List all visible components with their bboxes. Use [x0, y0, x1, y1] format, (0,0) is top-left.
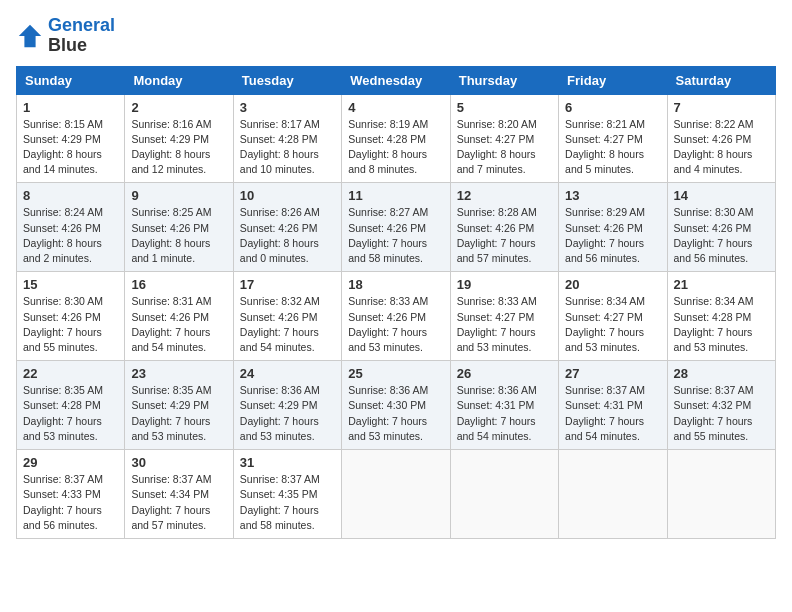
- day-number: 27: [565, 366, 660, 381]
- logo-icon: [16, 22, 44, 50]
- logo: General Blue: [16, 16, 115, 56]
- day-info: Sunrise: 8:37 AMSunset: 4:33 PMDaylight:…: [23, 472, 118, 533]
- day-info: Sunrise: 8:32 AMSunset: 4:26 PMDaylight:…: [240, 294, 335, 355]
- page-header: General Blue: [16, 16, 776, 56]
- week-row-4: 22Sunrise: 8:35 AMSunset: 4:28 PMDayligh…: [17, 361, 776, 450]
- day-cell: [450, 450, 558, 539]
- week-row-1: 1Sunrise: 8:15 AMSunset: 4:29 PMDaylight…: [17, 94, 776, 183]
- day-info: Sunrise: 8:33 AMSunset: 4:26 PMDaylight:…: [348, 294, 443, 355]
- day-number: 11: [348, 188, 443, 203]
- day-info: Sunrise: 8:37 AMSunset: 4:35 PMDaylight:…: [240, 472, 335, 533]
- day-header-monday: Monday: [125, 66, 233, 94]
- day-number: 21: [674, 277, 769, 292]
- svg-marker-0: [19, 25, 41, 47]
- day-info: Sunrise: 8:37 AMSunset: 4:32 PMDaylight:…: [674, 383, 769, 444]
- day-number: 13: [565, 188, 660, 203]
- day-number: 10: [240, 188, 335, 203]
- day-cell: 17Sunrise: 8:32 AMSunset: 4:26 PMDayligh…: [233, 272, 341, 361]
- day-number: 4: [348, 100, 443, 115]
- day-info: Sunrise: 8:27 AMSunset: 4:26 PMDaylight:…: [348, 205, 443, 266]
- day-cell: 14Sunrise: 8:30 AMSunset: 4:26 PMDayligh…: [667, 183, 775, 272]
- day-cell: 19Sunrise: 8:33 AMSunset: 4:27 PMDayligh…: [450, 272, 558, 361]
- day-info: Sunrise: 8:37 AMSunset: 4:31 PMDaylight:…: [565, 383, 660, 444]
- day-number: 7: [674, 100, 769, 115]
- day-number: 25: [348, 366, 443, 381]
- day-cell: 1Sunrise: 8:15 AMSunset: 4:29 PMDaylight…: [17, 94, 125, 183]
- day-info: Sunrise: 8:16 AMSunset: 4:29 PMDaylight:…: [131, 117, 226, 178]
- day-info: Sunrise: 8:30 AMSunset: 4:26 PMDaylight:…: [23, 294, 118, 355]
- header-row: SundayMondayTuesdayWednesdayThursdayFrid…: [17, 66, 776, 94]
- day-cell: 30Sunrise: 8:37 AMSunset: 4:34 PMDayligh…: [125, 450, 233, 539]
- day-info: Sunrise: 8:33 AMSunset: 4:27 PMDaylight:…: [457, 294, 552, 355]
- day-cell: 22Sunrise: 8:35 AMSunset: 4:28 PMDayligh…: [17, 361, 125, 450]
- calendar-table: SundayMondayTuesdayWednesdayThursdayFrid…: [16, 66, 776, 539]
- day-number: 6: [565, 100, 660, 115]
- day-number: 8: [23, 188, 118, 203]
- day-number: 17: [240, 277, 335, 292]
- day-number: 3: [240, 100, 335, 115]
- day-number: 2: [131, 100, 226, 115]
- week-row-2: 8Sunrise: 8:24 AMSunset: 4:26 PMDaylight…: [17, 183, 776, 272]
- day-cell: 3Sunrise: 8:17 AMSunset: 4:28 PMDaylight…: [233, 94, 341, 183]
- day-cell: 12Sunrise: 8:28 AMSunset: 4:26 PMDayligh…: [450, 183, 558, 272]
- day-info: Sunrise: 8:21 AMSunset: 4:27 PMDaylight:…: [565, 117, 660, 178]
- day-cell: 23Sunrise: 8:35 AMSunset: 4:29 PMDayligh…: [125, 361, 233, 450]
- day-number: 22: [23, 366, 118, 381]
- day-cell: 26Sunrise: 8:36 AMSunset: 4:31 PMDayligh…: [450, 361, 558, 450]
- day-cell: 2Sunrise: 8:16 AMSunset: 4:29 PMDaylight…: [125, 94, 233, 183]
- day-number: 31: [240, 455, 335, 470]
- day-cell: [559, 450, 667, 539]
- day-info: Sunrise: 8:20 AMSunset: 4:27 PMDaylight:…: [457, 117, 552, 178]
- day-info: Sunrise: 8:24 AMSunset: 4:26 PMDaylight:…: [23, 205, 118, 266]
- day-info: Sunrise: 8:19 AMSunset: 4:28 PMDaylight:…: [348, 117, 443, 178]
- day-info: Sunrise: 8:34 AMSunset: 4:28 PMDaylight:…: [674, 294, 769, 355]
- day-info: Sunrise: 8:36 AMSunset: 4:31 PMDaylight:…: [457, 383, 552, 444]
- day-info: Sunrise: 8:25 AMSunset: 4:26 PMDaylight:…: [131, 205, 226, 266]
- day-cell: 27Sunrise: 8:37 AMSunset: 4:31 PMDayligh…: [559, 361, 667, 450]
- day-cell: 18Sunrise: 8:33 AMSunset: 4:26 PMDayligh…: [342, 272, 450, 361]
- day-cell: 24Sunrise: 8:36 AMSunset: 4:29 PMDayligh…: [233, 361, 341, 450]
- day-info: Sunrise: 8:22 AMSunset: 4:26 PMDaylight:…: [674, 117, 769, 178]
- day-cell: 11Sunrise: 8:27 AMSunset: 4:26 PMDayligh…: [342, 183, 450, 272]
- day-number: 5: [457, 100, 552, 115]
- day-cell: 20Sunrise: 8:34 AMSunset: 4:27 PMDayligh…: [559, 272, 667, 361]
- day-number: 1: [23, 100, 118, 115]
- day-number: 14: [674, 188, 769, 203]
- day-info: Sunrise: 8:35 AMSunset: 4:29 PMDaylight:…: [131, 383, 226, 444]
- day-number: 16: [131, 277, 226, 292]
- week-row-5: 29Sunrise: 8:37 AMSunset: 4:33 PMDayligh…: [17, 450, 776, 539]
- day-header-tuesday: Tuesday: [233, 66, 341, 94]
- logo-text: General Blue: [48, 16, 115, 56]
- day-cell: 21Sunrise: 8:34 AMSunset: 4:28 PMDayligh…: [667, 272, 775, 361]
- day-cell: 15Sunrise: 8:30 AMSunset: 4:26 PMDayligh…: [17, 272, 125, 361]
- week-row-3: 15Sunrise: 8:30 AMSunset: 4:26 PMDayligh…: [17, 272, 776, 361]
- day-cell: 5Sunrise: 8:20 AMSunset: 4:27 PMDaylight…: [450, 94, 558, 183]
- day-number: 23: [131, 366, 226, 381]
- day-number: 19: [457, 277, 552, 292]
- day-number: 30: [131, 455, 226, 470]
- day-header-wednesday: Wednesday: [342, 66, 450, 94]
- day-info: Sunrise: 8:15 AMSunset: 4:29 PMDaylight:…: [23, 117, 118, 178]
- day-info: Sunrise: 8:28 AMSunset: 4:26 PMDaylight:…: [457, 205, 552, 266]
- day-number: 9: [131, 188, 226, 203]
- day-number: 20: [565, 277, 660, 292]
- day-number: 28: [674, 366, 769, 381]
- day-info: Sunrise: 8:36 AMSunset: 4:29 PMDaylight:…: [240, 383, 335, 444]
- day-info: Sunrise: 8:31 AMSunset: 4:26 PMDaylight:…: [131, 294, 226, 355]
- day-info: Sunrise: 8:29 AMSunset: 4:26 PMDaylight:…: [565, 205, 660, 266]
- day-info: Sunrise: 8:17 AMSunset: 4:28 PMDaylight:…: [240, 117, 335, 178]
- day-header-sunday: Sunday: [17, 66, 125, 94]
- day-cell: 4Sunrise: 8:19 AMSunset: 4:28 PMDaylight…: [342, 94, 450, 183]
- day-info: Sunrise: 8:35 AMSunset: 4:28 PMDaylight:…: [23, 383, 118, 444]
- day-info: Sunrise: 8:37 AMSunset: 4:34 PMDaylight:…: [131, 472, 226, 533]
- day-header-friday: Friday: [559, 66, 667, 94]
- day-cell: [342, 450, 450, 539]
- day-cell: 6Sunrise: 8:21 AMSunset: 4:27 PMDaylight…: [559, 94, 667, 183]
- day-cell: 7Sunrise: 8:22 AMSunset: 4:26 PMDaylight…: [667, 94, 775, 183]
- day-info: Sunrise: 8:34 AMSunset: 4:27 PMDaylight:…: [565, 294, 660, 355]
- day-cell: [667, 450, 775, 539]
- day-cell: 16Sunrise: 8:31 AMSunset: 4:26 PMDayligh…: [125, 272, 233, 361]
- day-number: 24: [240, 366, 335, 381]
- day-cell: 31Sunrise: 8:37 AMSunset: 4:35 PMDayligh…: [233, 450, 341, 539]
- day-number: 15: [23, 277, 118, 292]
